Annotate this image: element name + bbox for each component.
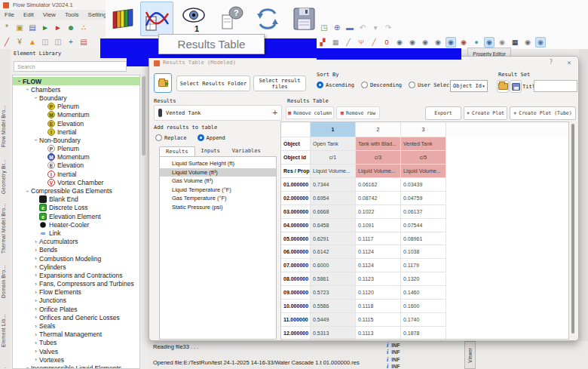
save-result-set-button[interactable]	[510, 80, 522, 93]
filler[interactable]	[446, 286, 568, 300]
mode-radio-option[interactable]: Replace	[155, 134, 187, 141]
panel-tab[interactable]: Inputs	[195, 146, 226, 156]
table-cell[interactable]: 0.1091	[356, 219, 401, 232]
table-cell[interactable]: 0.08742	[356, 192, 401, 205]
side-panel-tab[interactable]: Datum P...	[1, 361, 10, 369]
tree-item[interactable]: e Discrete Loss	[13, 204, 139, 212]
color-scale-icon[interactable]	[112, 5, 136, 32]
view-toolbar-icon[interactable]: 0	[381, 37, 392, 48]
toolbar-icon[interactable]: ◳	[319, 23, 329, 33]
add-source-button[interactable]: +	[272, 108, 277, 118]
remove-column-button[interactable]: ▦ Remove column	[286, 106, 334, 119]
list-item[interactable]: Liquid Temperature (°F)	[160, 186, 276, 195]
row-label[interactable]: Object	[281, 137, 311, 151]
table-cell[interactable]: 0.1022	[356, 205, 401, 219]
panel-tab[interactable]: Variables	[226, 146, 267, 156]
view-toolbar-icon[interactable]: ◉	[535, 37, 546, 48]
table-cell[interactable]: 0.1179	[401, 259, 446, 272]
row-label[interactable]: 11.000000	[281, 313, 311, 327]
view-toolbar-icon[interactable]: ●	[471, 37, 482, 48]
row-label[interactable]: 09.000000	[281, 286, 311, 300]
view-toolbar-icon[interactable]: ◉	[497, 37, 507, 48]
tree-item[interactable]: FLOW	[13, 77, 139, 85]
table-cell[interactable]: Vented Tank	[401, 137, 446, 151]
column-header[interactable]: 2	[356, 122, 401, 137]
radio-icon[interactable]	[198, 134, 204, 141]
tree-item[interactable]: Boundary	[13, 94, 139, 102]
view-toolbar-icon[interactable]: ◉	[407, 37, 418, 48]
table-cell[interactable]: 0.1600	[401, 300, 446, 313]
filler[interactable]	[446, 192, 568, 205]
toolbar-icon[interactable]: ►	[53, 23, 63, 33]
table-cell[interactable]: 0.1460	[401, 286, 446, 300]
table-cell[interactable]: 0.7344	[311, 178, 356, 192]
tree-item[interactable]: Valves	[13, 347, 139, 355]
view-toolbar-icon[interactable]: ◉	[420, 37, 430, 48]
tree-item[interactable]: Junctions	[13, 297, 139, 305]
help-button[interactable]: ?	[547, 58, 556, 67]
tree-item[interactable]: Heater-Cooler	[13, 220, 139, 229]
table-cell[interactable]: c/3	[356, 151, 401, 165]
tree-item[interactable]: Expansions and Contractions	[13, 271, 139, 279]
tree-item[interactable]: ∞ Link	[13, 229, 139, 237]
toolbar-icon[interactable]: *	[2, 23, 12, 33]
table-cell[interactable]: 0.6668	[311, 205, 356, 219]
menu-item[interactable]: Edit	[19, 11, 38, 18]
side-panel-tab[interactable]: Domain Bro...	[1, 260, 10, 303]
tree-item[interactable]: Fans, Compressors and Turbines	[13, 280, 139, 288]
tree-item[interactable]: Vortexes	[13, 355, 139, 364]
toolbar-icon[interactable]: ╱	[2, 37, 12, 48]
select-result-files-button[interactable]: Select result files	[253, 75, 306, 91]
table-cell[interactable]: 0.5723	[311, 286, 356, 300]
filler[interactable]	[446, 300, 568, 313]
toolbar-icon[interactable]: ►	[40, 23, 51, 33]
result-set-title-input[interactable]	[534, 80, 577, 92]
tree-item[interactable]: Tubes	[13, 339, 139, 347]
toolbar-icon[interactable]: ◫	[40, 37, 51, 48]
tree-item[interactable]: Chambers	[13, 85, 139, 94]
radio-icon[interactable]	[155, 134, 162, 141]
filler[interactable]	[446, 151, 568, 165]
refresh-icon[interactable]	[255, 5, 280, 33]
table-cell[interactable]: 0.1124	[356, 245, 401, 259]
row-label[interactable]: 01.000000	[281, 178, 311, 192]
view-toolbar-icon[interactable]: ▦	[510, 37, 520, 48]
filler[interactable]	[446, 205, 568, 219]
row-label[interactable]: 10.000000	[281, 300, 311, 313]
list-item[interactable]: Liquid Volume (ft³)	[160, 168, 276, 177]
tree-item[interactable]: Seals	[13, 321, 139, 330]
select-results-folder-button[interactable]: Select Results Folder	[176, 75, 250, 91]
table-cell[interactable]: c/1	[311, 151, 356, 165]
view-toolbar-icon[interactable]: ◉	[484, 37, 495, 48]
table-cell[interactable]: 0.06162	[356, 178, 401, 192]
row-label[interactable]: 04.000000	[281, 219, 311, 232]
view-toolbar-icon[interactable]: ◉	[458, 37, 469, 48]
table-cell[interactable]: 0.6291	[311, 232, 356, 246]
side-panel-tab[interactable]: Geometry Br...	[1, 155, 10, 198]
table-cell[interactable]: 0.6000	[311, 259, 356, 272]
radio-icon[interactable]	[409, 81, 415, 88]
radio-icon[interactable]	[317, 81, 323, 88]
sort-field-dropdown[interactable]: Object Id ▼	[450, 80, 488, 92]
toolbar-icon[interactable]: ☻	[66, 23, 76, 33]
toolbar-icon[interactable]: ▬	[345, 23, 355, 33]
table-cell[interactable]: 0.5586	[311, 300, 356, 313]
tree-item[interactable]: Orifice Plates	[13, 305, 139, 313]
filler[interactable]	[446, 232, 568, 246]
tree-scrollbar-thumb[interactable]	[142, 76, 145, 155]
sort-radio-option[interactable]: Descending	[361, 81, 402, 88]
table-cell[interactable]: c/5	[401, 151, 446, 165]
tree-item[interactable]: Non-Boundary	[13, 136, 139, 144]
row-label[interactable]: 07.000000	[281, 259, 311, 272]
tree-item[interactable]: Incompressible Liquid Elements	[13, 364, 139, 369]
table-cell[interactable]: 0.5861	[311, 272, 356, 286]
view-toolbar-icon[interactable]: ◉	[522, 37, 533, 48]
column-header[interactable]: 1	[311, 122, 356, 137]
toolbar-icon[interactable]: ↷	[383, 23, 394, 33]
panel-tab[interactable]: Results	[159, 146, 195, 156]
tree-item[interactable]: Compressible Gas Elements	[13, 186, 139, 195]
tree-item[interactable]: E Elevation	[13, 161, 139, 170]
table-cell[interactable]: 0.1117	[356, 232, 401, 246]
tree-item[interactable]: P Plenum	[13, 103, 139, 111]
remove-row-button[interactable]: ▦ Remove row	[336, 106, 380, 119]
